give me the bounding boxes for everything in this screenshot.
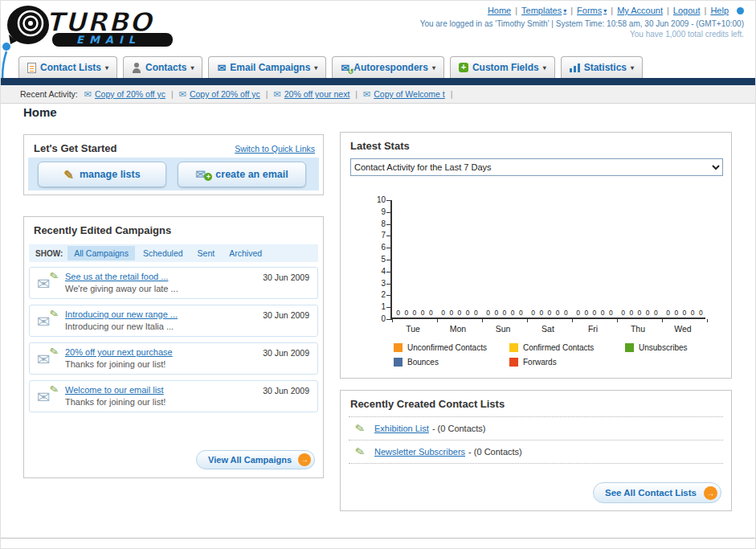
pencil-icon: ✎ — [63, 169, 74, 181]
campaign-row[interactable]: ✉✎Welcome to our email listThanks for jo… — [29, 380, 318, 412]
bar-value-label: 0 — [691, 309, 695, 317]
top-link-templates[interactable]: Templates▾ — [521, 6, 566, 15]
bar-value-label: 0 — [413, 309, 417, 317]
top-link-forms[interactable]: Forms▾ — [577, 6, 607, 15]
manage-lists-button[interactable]: ✎manage lists — [38, 162, 166, 187]
separator: | — [705, 6, 707, 15]
logo-graphic: TURBO EMAIL — [6, 2, 239, 51]
bar-slot: 0 — [511, 309, 515, 318]
pencil-icon: ✎ — [353, 445, 366, 459]
chevron-down-icon: ▾ — [631, 64, 634, 72]
contact-list-item[interactable]: ✎Exhibition List- (0 Contacts) — [349, 417, 723, 440]
envelope-pencil-icon: ✉✎ — [37, 348, 58, 369]
tab-email-campaigns[interactable]: Email Campaigns▾ — [208, 56, 326, 78]
bar-value-label: 0 — [511, 309, 515, 317]
x-tick-label: Sun — [480, 324, 525, 334]
campaign-filters: All CampaignsScheduledSentArchived — [67, 246, 268, 260]
tab-autoresponders[interactable]: Autoresponders▾ — [332, 56, 444, 78]
chevron-down-icon: ▾ — [563, 7, 566, 14]
tab-label: Statistics — [584, 62, 627, 73]
activity-item[interactable]: ✉Copy of 20% off yc — [84, 89, 166, 100]
contact-list-name: Newsletter Subscribers — [374, 447, 465, 457]
x-tick — [662, 319, 663, 322]
top-nav-links: Home|Templates▾|Forms▾|My Account|Logout… — [488, 6, 744, 15]
bar-value-label: 0 — [486, 309, 490, 317]
tab-contacts[interactable]: Contacts▾ — [123, 56, 202, 78]
bar-slot: 0 — [682, 309, 686, 318]
top-link-my-account[interactable]: My Account — [617, 6, 663, 15]
bar-value-label: 0 — [683, 309, 687, 317]
chart-group: 00000 — [437, 200, 482, 318]
tab-label: Contact Lists — [40, 62, 101, 73]
filter-all-campaigns[interactable]: All Campaigns — [67, 246, 135, 260]
bar-values: 00000 — [437, 309, 482, 318]
campaign-row[interactable]: ✉✎See us at the retail food ...We're giv… — [29, 267, 318, 299]
getting-started-buttons: ✎manage listscreate an email — [28, 158, 319, 191]
create-an-email-button[interactable]: create an email — [178, 162, 306, 187]
bar-slot: 0 — [609, 309, 613, 318]
tab-custom-fields[interactable]: Custom Fields▾ — [450, 56, 555, 78]
campaign-date: 30 Jun 2009 — [263, 310, 309, 320]
tab-label: Contacts — [145, 62, 186, 73]
page-title: Home — [23, 105, 57, 119]
nav-underline-bar — [1, 78, 755, 85]
switch-quick-links-link[interactable]: Switch to Quick Links — [235, 144, 315, 154]
legend-item: Unconfirmed Contacts — [394, 343, 509, 352]
x-tick — [572, 319, 573, 322]
filter-sent[interactable]: Sent — [191, 246, 222, 260]
envelope-icon: ✉ — [84, 89, 92, 100]
bar-slot: 0 — [547, 309, 551, 318]
bar-value-label: 0 — [466, 309, 470, 317]
bar-slot: 0 — [412, 309, 416, 318]
see-all-contact-lists-label: See All Contact Lists — [605, 488, 697, 498]
button-label: create an email — [215, 169, 288, 180]
bar-value-label: 0 — [519, 309, 523, 317]
envelope-icon: ✉ — [179, 89, 186, 100]
contact-list-item[interactable]: ✎Newsletter Subscribers- (0 Contacts) — [349, 440, 723, 464]
y-tick-label: 2 — [363, 291, 386, 299]
bar-value-label: 0 — [674, 309, 678, 317]
campaign-row[interactable]: ✉✎20% off your next purchaseThanks for j… — [29, 342, 318, 375]
bar-slot: 0 — [429, 309, 433, 318]
contact-list-name: Exhibition List — [374, 424, 429, 433]
chart-x-axis-labels: TueMonSunSatFriThuWed — [390, 324, 705, 335]
activity-item[interactable]: ✉20% off your next — [274, 89, 350, 100]
bar-value-label: 0 — [539, 309, 543, 317]
legend-item: Unsubscribes — [625, 343, 741, 352]
filter-scheduled[interactable]: Scheduled — [137, 246, 190, 260]
y-tick — [386, 260, 392, 260]
bar-slot: 0 — [666, 309, 670, 318]
see-all-contact-lists-button[interactable]: See All Contact Lists → — [593, 482, 721, 503]
campaign-subtitle: Thanks for joining our list! — [65, 397, 166, 407]
y-tick — [386, 319, 392, 320]
bar-slot: 0 — [601, 309, 605, 318]
stats-range-select[interactable]: Contact Activity for the Last 7 Days — [350, 158, 723, 176]
envelope-pencil-icon: ✉✎ — [37, 386, 58, 407]
top-link-home[interactable]: Home — [488, 6, 511, 15]
tab-label: Autoresponders — [353, 62, 428, 73]
bar-slot: 0 — [592, 309, 596, 318]
bar-value-label: 0 — [699, 309, 703, 317]
separator: | — [171, 89, 174, 99]
pencil-icon: ✎ — [49, 269, 60, 283]
activity-item[interactable]: ✉Copy of 20% off yc — [179, 89, 260, 100]
tab-contact-lists[interactable]: Contact Lists▾ — [18, 56, 117, 78]
tab-statistics[interactable]: Statistics▾ — [561, 56, 643, 78]
filter-archived[interactable]: Archived — [223, 246, 268, 260]
y-tick-label: 1 — [363, 303, 386, 311]
campaign-row[interactable]: ✉✎Introducing our new range ...Introduci… — [29, 305, 318, 337]
y-tick — [386, 248, 392, 248]
activity-item[interactable]: ✉Copy of Welcome t — [363, 89, 445, 100]
envelope-icon: ✉ — [37, 387, 51, 407]
recently-edited-campaigns-panel: Recently Edited Campaigns SHOW: All Camp… — [23, 216, 324, 478]
top-link-help[interactable]: Help — [710, 6, 729, 15]
view-all-campaigns-label: View All Campaigns — [208, 455, 292, 465]
logo-subtitle: EMAIL — [76, 34, 141, 46]
y-tick-label: 5 — [363, 256, 386, 264]
chart-group: 00000 — [392, 200, 437, 318]
top-link-logout[interactable]: Logout — [673, 6, 701, 15]
bar-slot: 0 — [486, 309, 490, 318]
view-all-campaigns-button[interactable]: View All Campaigns → — [196, 450, 315, 469]
envelope-pencil-icon: ✉✎ — [37, 310, 58, 331]
campaign-date: 30 Jun 2009 — [263, 272, 309, 282]
